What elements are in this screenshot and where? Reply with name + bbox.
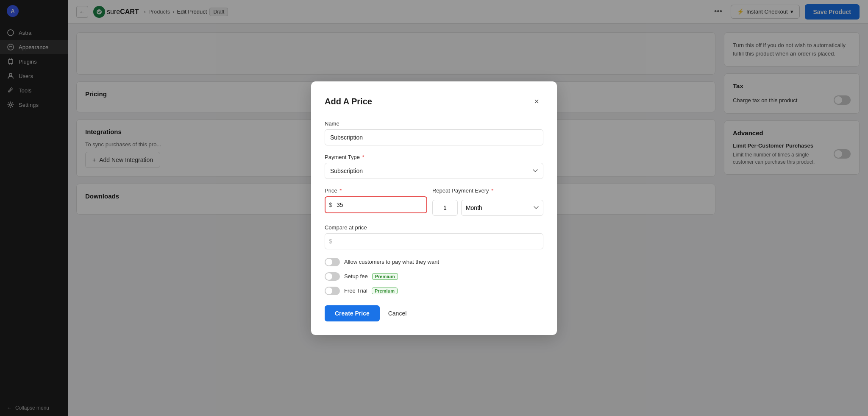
price-input[interactable] <box>325 196 427 213</box>
name-field-group: Name <box>325 120 543 145</box>
setup-fee-toggle[interactable] <box>325 272 340 281</box>
price-currency-symbol: $ <box>329 201 332 208</box>
free-trial-label: Free Trial <box>344 288 367 294</box>
setup-fee-label: Setup fee <box>344 273 368 279</box>
modal-overlay: Add A Price × Name Payment Type * Subscr… <box>0 0 868 416</box>
free-trial-badge: Premium <box>372 288 398 294</box>
price-input-wrap: $ <box>325 196 427 213</box>
repeat-period-select[interactable]: Month Day Week Year <box>461 200 543 216</box>
cancel-button[interactable]: Cancel <box>385 305 410 321</box>
pay-what-want-option: Allow customers to pay what they want <box>325 258 543 266</box>
repeat-payment-label: Repeat Payment Every * <box>432 187 543 194</box>
repeat-payment-group: Repeat Payment Every * Month Day Week Ye… <box>432 187 543 216</box>
create-price-button[interactable]: Create Price <box>325 305 380 321</box>
pay-what-want-label: Allow customers to pay what they want <box>344 259 439 265</box>
name-input[interactable] <box>325 129 543 145</box>
repeat-number-input[interactable] <box>432 200 458 216</box>
add-price-modal: Add A Price × Name Payment Type * Subscr… <box>311 81 557 335</box>
modal-close-button[interactable]: × <box>530 95 543 109</box>
compare-price-input[interactable] <box>325 233 543 249</box>
modal-footer: Create Price Cancel <box>325 305 543 321</box>
modal-header: Add A Price × <box>325 95 543 109</box>
modal-title: Add A Price <box>325 97 372 106</box>
free-trial-toggle[interactable] <box>325 287 340 295</box>
repeat-inputs: Month Day Week Year <box>432 200 543 216</box>
setup-fee-option: Setup fee Premium <box>325 272 543 281</box>
price-required: * <box>339 187 342 194</box>
payment-type-group: Payment Type * Subscription One-time pay… <box>325 154 543 179</box>
name-label: Name <box>325 120 543 127</box>
payment-type-label: Payment Type * <box>325 154 543 160</box>
payment-type-select[interactable]: Subscription One-time payment <box>325 163 543 179</box>
compare-price-group: Compare at price $ <box>325 224 543 249</box>
required-asterisk: * <box>362 154 364 160</box>
pay-what-want-toggle[interactable] <box>325 258 340 266</box>
setup-fee-badge: Premium <box>372 273 398 280</box>
compare-price-label: Compare at price <box>325 224 543 231</box>
price-group: Price * $ <box>325 187 427 213</box>
price-label: Price * <box>325 187 427 194</box>
compare-currency-symbol: $ <box>329 238 332 245</box>
compare-price-wrap: $ <box>325 233 543 249</box>
price-repeat-row: Price * $ Repeat Payment Every * Month <box>325 187 543 216</box>
free-trial-option: Free Trial Premium <box>325 287 543 295</box>
